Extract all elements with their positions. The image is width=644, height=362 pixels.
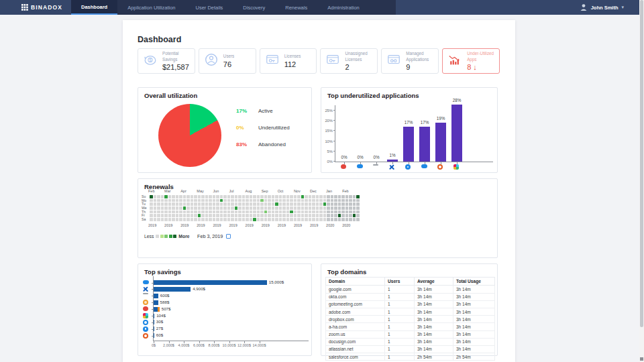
value-cell[interactable]: 1 <box>385 330 415 338</box>
stat-card-licenses[interactable]: Licenses112 <box>260 48 317 74</box>
heatmap-cell[interactable] <box>220 199 223 202</box>
value-cell[interactable]: 1 <box>385 316 415 323</box>
value-cell[interactable]: 3h 14m <box>415 293 453 300</box>
bar-app-blue-ring[interactable] <box>154 320 154 324</box>
domain-cell[interactable]: salesforce.com <box>326 353 385 361</box>
table-row[interactable]: gotomeeting.com13h 14m3h 14m <box>326 300 495 308</box>
value-cell[interactable]: 1 <box>385 323 415 330</box>
heatmap-cell[interactable] <box>164 195 168 198</box>
column-header-users[interactable]: Users <box>385 278 415 286</box>
scrollbar-corner[interactable] <box>640 357 643 361</box>
bar-app-orange-target[interactable] <box>154 300 158 305</box>
blue-x-app-icon[interactable] <box>389 164 394 170</box>
stat-card-managed-applications[interactable]: Managed Applications9 <box>381 48 439 74</box>
domain-cell[interactable]: atlassian.net <box>326 345 385 353</box>
value-cell[interactable]: 3h 14m <box>453 330 495 338</box>
heatmap-cell[interactable] <box>260 199 264 202</box>
utilization-pie-chart[interactable] <box>158 104 221 167</box>
value-cell[interactable]: 1 <box>385 286 415 293</box>
value-cell[interactable]: 3h 14m <box>415 286 453 293</box>
value-cell[interactable]: 1 <box>385 338 415 345</box>
value-cell[interactable]: 3h 14m <box>415 308 453 315</box>
blue-oval-app-icon[interactable] <box>357 164 363 168</box>
stat-card-under-utilized-apps[interactable]: Under-Utilized Apps8 ↓ <box>442 48 500 74</box>
stat-card-potential-savings[interactable]: $Potential Savings$21,587 <box>138 48 195 74</box>
nav-tab-administration[interactable]: Administration <box>317 0 370 15</box>
value-cell[interactable]: 1 <box>385 308 415 315</box>
heatmap-cell[interactable] <box>323 202 327 206</box>
bar-app-blue-b[interactable] <box>403 127 414 162</box>
bar-app-blue-oval-2[interactable] <box>419 127 430 162</box>
user-menu[interactable]: John Smith ▾ <box>580 0 624 15</box>
table-row[interactable]: dropbox.com13h 14m3h 14m <box>326 316 495 323</box>
nav-tab-renewals[interactable]: Renewals <box>275 0 317 15</box>
table-row[interactable]: a-ha.com13h 14m3h 14m <box>326 323 495 330</box>
table-row[interactable]: zoom.us13h 14m3h 14m <box>326 330 495 338</box>
blue-b-app-icon[interactable] <box>405 164 411 170</box>
value-cell[interactable]: 3h 14m <box>415 300 453 308</box>
value-cell[interactable]: 3h 14m <box>453 316 495 323</box>
red-circle-app-icon[interactable] <box>341 164 346 169</box>
heatmap-cell[interactable] <box>290 210 293 214</box>
red-circle-app-icon[interactable] <box>143 306 148 311</box>
column-header-total-usage[interactable]: Total Usage <box>453 278 495 286</box>
value-cell[interactable]: 3h 14m <box>415 338 453 345</box>
heatmap-cell[interactable] <box>253 218 256 221</box>
nav-tab-user-details[interactable]: User Details <box>185 0 233 15</box>
bar-app-blue-x[interactable] <box>154 287 191 292</box>
blue-oval-app-icon[interactable] <box>143 280 149 284</box>
value-cell[interactable]: 3h 14m <box>453 345 495 353</box>
domain-cell[interactable]: zoom.us <box>326 330 385 338</box>
heatmap-cell[interactable] <box>301 195 305 198</box>
heatmap-cell[interactable] <box>183 206 186 210</box>
value-cell[interactable]: 3h 14m <box>453 338 495 345</box>
domain-cell[interactable]: a-ha.com <box>326 323 385 330</box>
value-cell[interactable]: 3h 14m <box>453 323 495 330</box>
orange-target-app-icon[interactable] <box>143 300 148 305</box>
heatmap-cell[interactable] <box>198 214 201 217</box>
blue-oval-app-icon[interactable] <box>421 164 427 168</box>
heatmap-cell[interactable] <box>275 202 278 206</box>
bar-app-color-star[interactable] <box>451 105 462 162</box>
heatmap-cell[interactable] <box>353 214 356 217</box>
orange-o-app-icon[interactable] <box>143 333 148 339</box>
value-cell[interactable]: 3h 14m <box>415 316 453 323</box>
nav-tab-application-utilization[interactable]: Application Utilization <box>117 0 185 15</box>
domain-cell[interactable]: docusign.com <box>326 338 385 345</box>
orange-o-app-icon[interactable] <box>437 164 443 170</box>
table-row[interactable]: adobe.com13h 14m3h 14m <box>326 308 495 315</box>
table-row[interactable]: google.com13h 14m3h 14m <box>326 286 495 293</box>
blue-x-app-icon[interactable] <box>143 286 148 292</box>
dash-app-icon[interactable] <box>373 164 378 166</box>
heatmap-cell[interactable] <box>150 195 153 198</box>
value-cell[interactable]: 1 <box>385 353 415 361</box>
pie-legend-item-abandoned[interactable]: 83%Abandoned <box>236 141 290 158</box>
heatmap-cell[interactable] <box>264 210 268 214</box>
domain-cell[interactable]: gotomeeting.com <box>326 300 385 308</box>
table-row[interactable]: salesforce.com12h 54m2h 54m <box>326 353 495 361</box>
domain-cell[interactable]: google.com <box>326 286 385 293</box>
stat-card-unassigned-licenses[interactable]: Unassigned Licenses2 <box>320 48 378 74</box>
blue-ring-app-icon[interactable] <box>143 320 148 325</box>
value-cell[interactable]: 2h 54m <box>453 353 495 361</box>
blue-b-app-icon[interactable] <box>143 326 148 332</box>
domain-cell[interactable]: adobe.com <box>326 308 385 315</box>
color-star-app-icon[interactable] <box>453 164 459 170</box>
value-cell[interactable]: 1 <box>385 300 415 308</box>
value-cell[interactable]: 3h 14m <box>415 345 453 353</box>
value-cell[interactable]: 3h 14m <box>415 330 453 338</box>
bar-app-dash[interactable] <box>154 294 158 298</box>
bar-app-orange-o[interactable] <box>154 333 154 338</box>
bar-orange-segment[interactable] <box>158 307 160 312</box>
value-cell[interactable]: 3h 14m <box>453 308 495 315</box>
value-cell[interactable]: 1 <box>385 345 415 353</box>
domain-cell[interactable]: okta.com <box>326 293 385 300</box>
pie-legend-item-underutilized[interactable]: 0%Underutilized <box>236 125 290 141</box>
value-cell[interactable]: 3h 14m <box>453 293 495 300</box>
date-checkbox[interactable] <box>226 234 231 239</box>
value-cell[interactable]: 1 <box>385 293 415 300</box>
stat-card-users[interactable]: Users76 <box>199 48 256 74</box>
value-cell[interactable]: 3h 14m <box>453 286 495 293</box>
value-cell[interactable]: 3h 14m <box>415 323 453 330</box>
column-header-average[interactable]: Average <box>415 278 453 286</box>
